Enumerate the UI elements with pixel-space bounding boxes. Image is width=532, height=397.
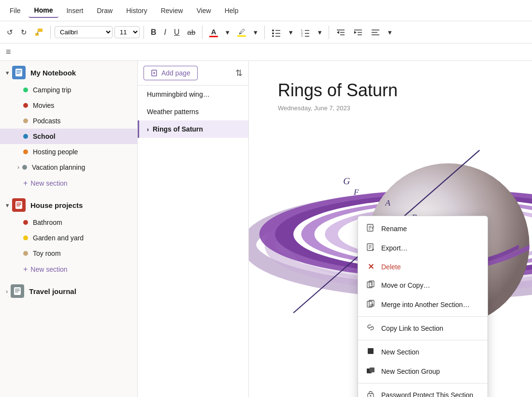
menu-help[interactable]: Help bbox=[219, 4, 244, 17]
svg-rect-33 bbox=[16, 206, 20, 206]
menu-review[interactable]: Review bbox=[155, 4, 189, 17]
password-menu-item[interactable]: Password Protect This Section bbox=[358, 385, 488, 397]
section-label: Bathroom bbox=[33, 219, 62, 226]
svg-rect-31 bbox=[16, 203, 21, 204]
new-section-group-menu-item[interactable]: New Section Group bbox=[358, 362, 488, 381]
page-hummingbird[interactable]: Hummingbird wing… bbox=[138, 86, 248, 103]
copy-link-icon bbox=[366, 323, 375, 334]
strikethrough-button[interactable]: ab bbox=[185, 26, 199, 38]
redo-button[interactable]: ↻ bbox=[18, 26, 30, 39]
menu-file[interactable]: File bbox=[4, 4, 27, 17]
page-weather[interactable]: Weather patterns bbox=[138, 103, 248, 120]
new-section-label: New section bbox=[30, 265, 67, 273]
new-section-button-2[interactable]: + New section bbox=[0, 261, 137, 278]
numbered-dropdown[interactable]: ▾ bbox=[315, 26, 325, 39]
section-bathroom[interactable]: Bathroom bbox=[0, 215, 137, 230]
merge-label: Merge into Another Section… bbox=[381, 301, 470, 309]
bullet-list-button[interactable] bbox=[269, 26, 284, 39]
section-dot bbox=[23, 118, 28, 123]
svg-rect-27 bbox=[16, 70, 21, 71]
plus-icon: + bbox=[23, 179, 28, 188]
decrease-indent-button[interactable] bbox=[333, 26, 348, 39]
menu-home[interactable]: Home bbox=[29, 3, 59, 18]
export-menu-item[interactable]: Export… bbox=[358, 238, 488, 258]
separator-4 bbox=[264, 26, 265, 39]
notebook-house-projects-header[interactable]: ▾ House projects bbox=[0, 193, 137, 215]
password-label: Password Protect This Section bbox=[381, 391, 473, 397]
section-hosting[interactable]: Hosting people bbox=[0, 144, 137, 160]
merge-menu-item[interactable]: Merge into Another Section… bbox=[358, 295, 488, 314]
section-movies[interactable]: Movies bbox=[0, 98, 137, 113]
new-section-menu-item[interactable]: New Section bbox=[358, 342, 488, 362]
section-label: Podcasts bbox=[33, 117, 61, 125]
menu-history[interactable]: History bbox=[120, 4, 153, 17]
section-dot bbox=[23, 251, 28, 256]
copy-link-menu-item[interactable]: Copy Link to Section bbox=[358, 319, 488, 338]
underline-button[interactable]: U bbox=[171, 26, 183, 39]
svg-rect-35 bbox=[15, 289, 20, 290]
svg-marker-16 bbox=[337, 31, 339, 34]
menu-view[interactable]: View bbox=[191, 4, 217, 17]
section-podcasts[interactable]: Podcasts bbox=[0, 113, 137, 129]
travel-journal-title: Travel journal bbox=[29, 287, 76, 295]
rename-menu-item[interactable]: Rename bbox=[358, 219, 488, 238]
menu-draw[interactable]: Draw bbox=[91, 4, 118, 17]
section-label: School bbox=[33, 132, 56, 140]
sort-button[interactable]: ⇅ bbox=[235, 68, 243, 78]
new-section-menu-label: New Section bbox=[381, 348, 419, 356]
separator-2 bbox=[144, 26, 144, 39]
menu-insert[interactable]: Insert bbox=[60, 4, 89, 17]
section-dot bbox=[22, 165, 27, 170]
align-button[interactable] bbox=[368, 26, 383, 39]
font-color-dropdown[interactable]: ▾ bbox=[223, 26, 232, 39]
context-menu-separator-1 bbox=[358, 316, 488, 317]
section-dot bbox=[23, 220, 28, 225]
notebook-my-notebook-header[interactable]: ▾ My Notebook bbox=[0, 61, 137, 82]
increase-indent-button[interactable] bbox=[350, 26, 366, 39]
svg-text:3.: 3. bbox=[301, 35, 303, 37]
svg-point-82 bbox=[370, 395, 372, 397]
highlight-dropdown[interactable]: ▾ bbox=[251, 26, 260, 39]
undo-button[interactable]: ↺ bbox=[4, 26, 16, 39]
my-notebook-title: My Notebook bbox=[30, 69, 76, 77]
password-icon bbox=[366, 390, 375, 397]
context-menu-separator-3 bbox=[358, 383, 488, 383]
section-dot bbox=[23, 88, 28, 92]
main-layout: ▾ My Notebook Camping trip Movies Podcas… bbox=[0, 61, 532, 397]
page-rings[interactable]: › Rings of Saturn bbox=[138, 120, 248, 138]
add-page-label: Add page bbox=[161, 69, 190, 77]
move-copy-menu-item[interactable]: Move or Copy… bbox=[358, 276, 488, 295]
section-garden[interactable]: Garden and yard bbox=[0, 230, 137, 246]
svg-rect-36 bbox=[15, 290, 20, 291]
section-camping[interactable]: Camping trip bbox=[0, 82, 137, 98]
page-title: Hummingbird wing… bbox=[147, 90, 210, 98]
bullet-dropdown[interactable]: ▾ bbox=[286, 26, 296, 39]
format-painter-button[interactable] bbox=[32, 26, 46, 39]
separator-5 bbox=[329, 26, 329, 39]
italic-button[interactable]: I bbox=[161, 26, 169, 39]
delete-label: Delete bbox=[381, 263, 401, 271]
notebook-travel-journal-header[interactable]: › Travel journal bbox=[0, 279, 137, 301]
font-name-select[interactable]: Cailbri bbox=[55, 26, 113, 38]
align-dropdown[interactable]: ▾ bbox=[385, 26, 395, 39]
highlight-button[interactable]: 🖊 bbox=[234, 26, 249, 39]
numbered-list-button[interactable]: 1.2.3. bbox=[298, 26, 313, 39]
section-toyroom[interactable]: Toy room bbox=[0, 246, 137, 261]
hamburger-icon[interactable]: ≡ bbox=[6, 47, 11, 57]
section-school[interactable]: School bbox=[0, 129, 137, 144]
content-area: Rings of Saturn Wednesday, June 7, 2023 bbox=[249, 61, 532, 397]
bold-button[interactable]: B bbox=[148, 26, 159, 39]
font-size-select[interactable]: 11 bbox=[115, 26, 140, 38]
section-vacation[interactable]: › Vacation planning bbox=[0, 160, 137, 175]
new-section-label: New section bbox=[30, 179, 67, 187]
page-date: Wednesday, June 7, 2023 bbox=[278, 104, 503, 112]
svg-rect-32 bbox=[16, 204, 21, 205]
delete-menu-item[interactable]: ✕ Delete bbox=[358, 258, 488, 276]
new-section-button-1[interactable]: + New section bbox=[0, 175, 137, 191]
separator-3 bbox=[202, 26, 202, 39]
add-page-button[interactable]: Add page bbox=[144, 66, 198, 80]
export-icon bbox=[366, 243, 375, 253]
font-color-button[interactable]: A bbox=[206, 26, 221, 39]
svg-text:A: A bbox=[385, 198, 390, 207]
svg-point-7 bbox=[272, 35, 274, 37]
